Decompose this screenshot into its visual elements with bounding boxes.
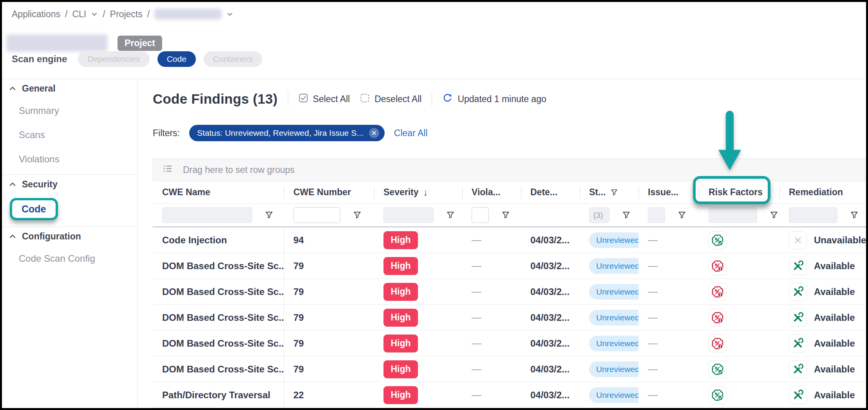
- remediation-tools-icon[interactable]: [789, 386, 807, 404]
- column-label: CWE Name: [162, 187, 210, 198]
- refresh-button[interactable]: Updated 1 minute ago: [442, 93, 546, 106]
- risk-factor-alert-icon[interactable]: [709, 334, 727, 352]
- filter-funnel-icon[interactable]: [622, 211, 631, 219]
- table-row[interactable]: DOM Based Cross-Site Sc... 79 High — 04/…: [153, 279, 868, 305]
- severity-badge: High: [383, 386, 418, 404]
- detected-date-cell: 04/03/2...: [530, 235, 570, 246]
- breadcrumb-cli[interactable]: CLI: [72, 9, 86, 20]
- remediation-tools-icon[interactable]: [789, 257, 807, 275]
- remediation-tools-icon[interactable]: [789, 309, 807, 327]
- severity-badge: High: [383, 334, 418, 352]
- risk-factor-pass-icon[interactable]: [709, 231, 727, 249]
- filter-funnel-icon[interactable]: [501, 211, 510, 219]
- engine-tab-dependencies[interactable]: Dependencies: [78, 51, 149, 67]
- cwe-name-cell: DOM Based Cross-Site Sc...: [162, 338, 284, 349]
- chevron-down-icon[interactable]: [91, 11, 98, 18]
- remediation-filter-input[interactable]: [789, 207, 837, 223]
- remediation-tools-icon[interactable]: [789, 334, 807, 352]
- findings-toolbar: Code Findings (13) Select All Deselect A…: [153, 89, 546, 109]
- risk-factor-alert-icon[interactable]: [709, 309, 727, 327]
- breadcrumb-projects[interactable]: Projects: [110, 9, 143, 20]
- table-row[interactable]: DOM Based Cross-Site Sc... 79 High — 04/…: [153, 331, 868, 356]
- code-annotation-box: Code: [10, 198, 58, 220]
- filter-funnel-icon[interactable]: [265, 211, 273, 219]
- sidebar-section-label: General: [22, 83, 56, 94]
- table-row[interactable]: DOM Based Cross-Site Sc... 79 High — 04/…: [153, 305, 868, 331]
- breadcrumb-separator: /: [65, 9, 67, 20]
- chevron-up-icon: [9, 83, 16, 94]
- remediation-cell: Available: [814, 364, 855, 375]
- severity-filter-input[interactable]: [383, 207, 434, 223]
- breadcrumb-applications[interactable]: Applications: [12, 9, 60, 20]
- table-row[interactable]: Path/Directory Traversal 22 High — 04/03…: [153, 382, 868, 408]
- detected-filter-cell: [521, 204, 580, 227]
- clear-all-button[interactable]: Clear All: [394, 128, 428, 138]
- filter-funnel-icon[interactable]: [770, 211, 778, 219]
- table-row[interactable]: DOM Based Cross-Site Sc... 79 High — 04/…: [153, 253, 868, 279]
- chevron-up-icon: [9, 179, 16, 190]
- filter-funnel-icon[interactable]: [446, 211, 455, 219]
- column-header-remediation[interactable]: Remediation: [779, 181, 868, 203]
- risk-factor-pass-icon[interactable]: [709, 360, 727, 378]
- column-header-issue[interactable]: Issue...: [638, 181, 699, 203]
- status-badge: Unreviewed: [589, 258, 638, 274]
- sidebar-item-code[interactable]: Code: [2, 194, 137, 223]
- status-filter-chip[interactable]: Status: Unreviewed, Reviewed, Jira Issue…: [189, 125, 385, 141]
- violations-cell: —: [472, 389, 481, 401]
- issue-filter-input[interactable]: [648, 207, 665, 223]
- risk-factor-pass-icon[interactable]: [709, 386, 727, 404]
- cwe-name-cell: DOM Based Cross-Site Sc...: [162, 286, 284, 297]
- cwe-name-filter-input[interactable]: [162, 207, 252, 223]
- issue-cell: —: [648, 389, 658, 401]
- deselect-all-button[interactable]: Deselect All: [360, 93, 421, 105]
- violations-filter-input[interactable]: [472, 207, 489, 223]
- sidebar-item-label: Violations: [19, 154, 60, 165]
- column-header-risk-factors[interactable]: Risk Factors: [699, 181, 779, 203]
- status-badge: Unreviewed: [589, 310, 638, 325]
- sidebar-item-violations[interactable]: Violations: [2, 147, 137, 171]
- column-header-detected[interactable]: Dete...: [521, 181, 580, 203]
- status-filter-input[interactable]: [589, 207, 609, 223]
- sidebar-section-general[interactable]: General: [2, 81, 137, 95]
- divider: [2, 174, 137, 175]
- table-row[interactable]: Code Injection 94 High — 04/03/2... Unre…: [153, 227, 868, 253]
- sidebar-item-scans[interactable]: Scans: [2, 123, 137, 147]
- column-header-cwe-name[interactable]: CWE Name: [153, 181, 284, 203]
- risk-factors-filter-input[interactable]: [709, 207, 757, 223]
- column-header-severity[interactable]: Severity ↓: [374, 181, 462, 203]
- row-group-dropzone[interactable]: Drag here to set row groups: [153, 158, 868, 181]
- filter-funnel-icon[interactable]: [678, 211, 686, 219]
- severity-badge: High: [383, 309, 418, 327]
- cwe-name-cell: DOM Based Cross-Site Sc...: [162, 312, 284, 323]
- remediation-cell: Unavailable: [814, 235, 866, 246]
- sidebar-item-summary[interactable]: Summary: [2, 99, 137, 123]
- cwe-number-cell: 79: [293, 364, 304, 375]
- column-header-cwe-number[interactable]: CWE Number: [284, 181, 374, 203]
- chevron-down-icon[interactable]: [226, 11, 233, 18]
- risk-factor-alert-icon[interactable]: [709, 257, 727, 275]
- risk-factor-alert-icon[interactable]: [709, 283, 727, 301]
- column-header-status[interactable]: St...: [580, 181, 638, 203]
- sidebar-section-label: Security: [22, 179, 58, 190]
- engine-tab-containers[interactable]: Containers: [204, 51, 262, 67]
- engine-tab-code[interactable]: Code: [157, 51, 196, 67]
- sidebar-section-configuration[interactable]: Configuration: [2, 229, 137, 243]
- detected-date-cell: 04/03/2...: [530, 286, 570, 297]
- remediation-tools-icon[interactable]: [789, 360, 807, 378]
- issue-cell: —: [648, 234, 658, 246]
- column-header-violations[interactable]: Viola...: [462, 181, 521, 203]
- violations-cell: —: [472, 338, 481, 349]
- breadcrumb: Applications / CLI / Projects /: [12, 9, 233, 20]
- remediation-unavailable-icon[interactable]: [789, 231, 807, 249]
- filter-funnel-icon[interactable]: [353, 211, 362, 219]
- sidebar-item-code-scan-config[interactable]: Code Scan Config: [2, 246, 137, 271]
- select-all-button[interactable]: Select All: [298, 93, 350, 105]
- filter-funnel-icon[interactable]: [850, 211, 859, 219]
- cwe-number-cell: 22: [293, 390, 304, 401]
- remove-filter-icon[interactable]: ✕: [369, 128, 379, 138]
- column-label: Dete...: [530, 187, 557, 198]
- sidebar-section-security[interactable]: Security: [2, 177, 137, 191]
- cwe-number-filter-input[interactable]: [293, 207, 340, 223]
- table-row[interactable]: DOM Based Cross-Site Sc... 79 High — 04/…: [153, 356, 868, 382]
- remediation-tools-icon[interactable]: [789, 283, 807, 301]
